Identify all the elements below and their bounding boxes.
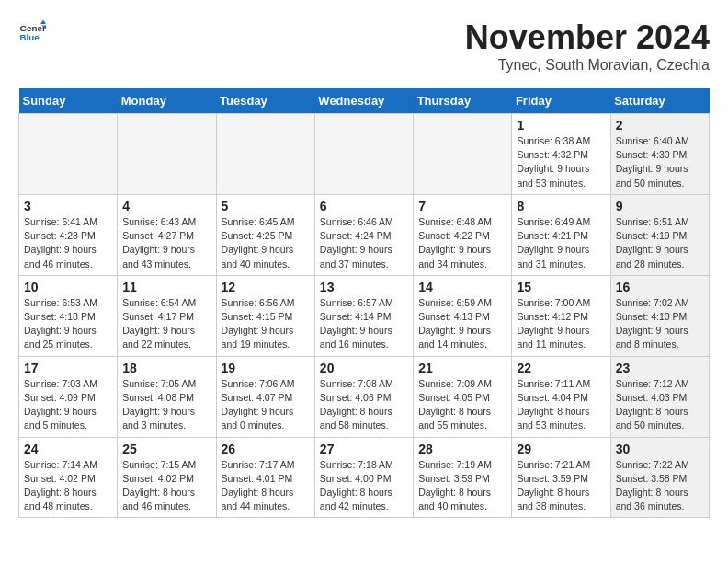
- calendar-day-cell: 16Sunrise: 7:02 AM Sunset: 4:10 PM Dayli…: [610, 275, 709, 356]
- calendar-week-row: 1Sunrise: 6:38 AM Sunset: 4:32 PM Daylig…: [19, 114, 710, 195]
- day-number: 4: [122, 199, 210, 213]
- calendar-day-cell: [314, 114, 413, 195]
- day-number: 8: [517, 199, 605, 213]
- calendar-day-cell: [414, 114, 512, 195]
- calendar-day-cell: 18Sunrise: 7:05 AM Sunset: 4:08 PM Dayli…: [118, 356, 216, 437]
- title-section: November 2024 Tynec, South Moravian, Cze…: [465, 18, 710, 74]
- day-info: Sunrise: 7:14 AM Sunset: 4:02 PM Dayligh…: [24, 459, 97, 512]
- weekday-header-cell: Saturday: [610, 88, 709, 114]
- calendar-day-cell: 9Sunrise: 6:51 AM Sunset: 4:19 PM Daylig…: [610, 194, 709, 275]
- svg-text:Blue: Blue: [20, 32, 40, 42]
- day-number: 13: [320, 280, 408, 294]
- calendar-day-cell: 24Sunrise: 7:14 AM Sunset: 4:02 PM Dayli…: [19, 437, 118, 518]
- calendar-day-cell: [216, 114, 314, 195]
- day-info: Sunrise: 7:21 AM Sunset: 3:59 PM Dayligh…: [517, 459, 590, 512]
- day-info: Sunrise: 6:38 AM Sunset: 4:32 PM Dayligh…: [517, 135, 590, 189]
- day-info: Sunrise: 6:59 AM Sunset: 4:13 PM Dayligh…: [418, 297, 492, 350]
- calendar-day-cell: 25Sunrise: 7:15 AM Sunset: 4:02 PM Dayli…: [118, 437, 216, 518]
- day-info: Sunrise: 6:49 AM Sunset: 4:21 PM Dayligh…: [517, 216, 590, 270]
- calendar-day-cell: [118, 114, 216, 195]
- calendar-day-cell: 2Sunrise: 6:40 AM Sunset: 4:30 PM Daylig…: [610, 114, 709, 195]
- day-number: 23: [616, 361, 704, 375]
- day-info: Sunrise: 7:00 AM Sunset: 4:12 PM Dayligh…: [517, 297, 590, 350]
- calendar-week-row: 10Sunrise: 6:53 AM Sunset: 4:18 PM Dayli…: [19, 275, 710, 356]
- day-number: 9: [616, 199, 704, 213]
- weekday-header-cell: Sunday: [19, 88, 118, 114]
- day-number: 16: [616, 280, 704, 294]
- svg-marker-2: [40, 20, 46, 25]
- day-number: 21: [418, 361, 506, 375]
- day-info: Sunrise: 7:09 AM Sunset: 4:05 PM Dayligh…: [418, 378, 492, 431]
- calendar-day-cell: 20Sunrise: 7:08 AM Sunset: 4:06 PM Dayli…: [314, 356, 413, 437]
- weekday-header-cell: Monday: [118, 88, 216, 114]
- day-info: Sunrise: 7:17 AM Sunset: 4:01 PM Dayligh…: [222, 459, 295, 512]
- calendar-week-row: 3Sunrise: 6:41 AM Sunset: 4:28 PM Daylig…: [19, 194, 710, 275]
- calendar-day-cell: 12Sunrise: 6:56 AM Sunset: 4:15 PM Dayli…: [216, 275, 314, 356]
- day-info: Sunrise: 6:56 AM Sunset: 4:15 PM Dayligh…: [222, 297, 295, 350]
- day-number: 28: [418, 442, 506, 456]
- day-info: Sunrise: 6:48 AM Sunset: 4:22 PM Dayligh…: [418, 216, 492, 270]
- calendar-body: 1Sunrise: 6:38 AM Sunset: 4:32 PM Daylig…: [19, 114, 710, 518]
- day-number: 6: [320, 199, 408, 213]
- calendar-day-cell: 19Sunrise: 7:06 AM Sunset: 4:07 PM Dayli…: [216, 356, 314, 437]
- day-number: 15: [517, 280, 605, 294]
- calendar-day-cell: 13Sunrise: 6:57 AM Sunset: 4:14 PM Dayli…: [314, 275, 413, 356]
- weekday-header-cell: Friday: [512, 88, 610, 114]
- calendar-day-cell: 22Sunrise: 7:11 AM Sunset: 4:04 PM Dayli…: [512, 356, 610, 437]
- day-info: Sunrise: 7:18 AM Sunset: 4:00 PM Dayligh…: [320, 459, 393, 512]
- day-number: 17: [24, 361, 112, 375]
- day-number: 10: [24, 280, 112, 294]
- day-info: Sunrise: 6:40 AM Sunset: 4:30 PM Dayligh…: [616, 135, 689, 189]
- calendar-day-cell: 27Sunrise: 7:18 AM Sunset: 4:00 PM Dayli…: [314, 437, 413, 518]
- day-number: 11: [122, 280, 210, 294]
- calendar-day-cell: 14Sunrise: 6:59 AM Sunset: 4:13 PM Dayli…: [414, 275, 512, 356]
- day-info: Sunrise: 6:41 AM Sunset: 4:28 PM Dayligh…: [24, 216, 97, 270]
- day-info: Sunrise: 6:45 AM Sunset: 4:25 PM Dayligh…: [222, 216, 295, 270]
- day-number: 25: [122, 442, 210, 456]
- weekday-header-row: SundayMondayTuesdayWednesdayThursdayFrid…: [19, 88, 710, 114]
- calendar-day-cell: 4Sunrise: 6:43 AM Sunset: 4:27 PM Daylig…: [118, 194, 216, 275]
- weekday-header-cell: Tuesday: [216, 88, 314, 114]
- calendar-day-cell: [19, 114, 118, 195]
- calendar-table: SundayMondayTuesdayWednesdayThursdayFrid…: [18, 88, 710, 518]
- day-number: 3: [24, 199, 112, 213]
- month-year-title: November 2024: [465, 18, 710, 57]
- day-number: 5: [222, 199, 310, 213]
- calendar-day-cell: 28Sunrise: 7:19 AM Sunset: 3:59 PM Dayli…: [414, 437, 512, 518]
- calendar-day-cell: 30Sunrise: 7:22 AM Sunset: 3:58 PM Dayli…: [610, 437, 709, 518]
- day-info: Sunrise: 7:08 AM Sunset: 4:06 PM Dayligh…: [320, 378, 393, 431]
- calendar-day-cell: 1Sunrise: 6:38 AM Sunset: 4:32 PM Daylig…: [512, 114, 610, 195]
- calendar-day-cell: 29Sunrise: 7:21 AM Sunset: 3:59 PM Dayli…: [512, 437, 610, 518]
- page-header: General Blue November 2024 Tynec, South …: [18, 18, 710, 74]
- location-subtitle: Tynec, South Moravian, Czechia: [465, 57, 710, 74]
- day-info: Sunrise: 6:46 AM Sunset: 4:24 PM Dayligh…: [320, 216, 393, 270]
- day-number: 2: [616, 118, 704, 132]
- day-info: Sunrise: 7:05 AM Sunset: 4:08 PM Dayligh…: [122, 378, 196, 431]
- calendar-day-cell: 6Sunrise: 6:46 AM Sunset: 4:24 PM Daylig…: [314, 194, 413, 275]
- calendar-day-cell: 8Sunrise: 6:49 AM Sunset: 4:21 PM Daylig…: [512, 194, 610, 275]
- logo: General Blue: [18, 18, 46, 46]
- day-number: 14: [418, 280, 506, 294]
- calendar-day-cell: 5Sunrise: 6:45 AM Sunset: 4:25 PM Daylig…: [216, 194, 314, 275]
- calendar-day-cell: 26Sunrise: 7:17 AM Sunset: 4:01 PM Dayli…: [216, 437, 314, 518]
- calendar-day-cell: 15Sunrise: 7:00 AM Sunset: 4:12 PM Dayli…: [512, 275, 610, 356]
- day-number: 20: [320, 361, 408, 375]
- calendar-day-cell: 10Sunrise: 6:53 AM Sunset: 4:18 PM Dayli…: [19, 275, 118, 356]
- calendar-day-cell: 23Sunrise: 7:12 AM Sunset: 4:03 PM Dayli…: [610, 356, 709, 437]
- day-number: 30: [616, 442, 704, 456]
- day-number: 26: [222, 442, 310, 456]
- weekday-header-cell: Wednesday: [314, 88, 413, 114]
- day-info: Sunrise: 7:03 AM Sunset: 4:09 PM Dayligh…: [24, 378, 97, 431]
- calendar-day-cell: 17Sunrise: 7:03 AM Sunset: 4:09 PM Dayli…: [19, 356, 118, 437]
- day-info: Sunrise: 6:53 AM Sunset: 4:18 PM Dayligh…: [24, 297, 97, 350]
- day-info: Sunrise: 7:22 AM Sunset: 3:58 PM Dayligh…: [616, 459, 689, 512]
- day-number: 29: [517, 442, 605, 456]
- day-number: 27: [320, 442, 408, 456]
- day-info: Sunrise: 6:51 AM Sunset: 4:19 PM Dayligh…: [616, 216, 689, 270]
- day-number: 12: [222, 280, 310, 294]
- calendar-day-cell: 7Sunrise: 6:48 AM Sunset: 4:22 PM Daylig…: [414, 194, 512, 275]
- day-info: Sunrise: 6:57 AM Sunset: 4:14 PM Dayligh…: [320, 297, 393, 350]
- day-info: Sunrise: 6:43 AM Sunset: 4:27 PM Dayligh…: [122, 216, 196, 270]
- day-info: Sunrise: 7:11 AM Sunset: 4:04 PM Dayligh…: [517, 378, 590, 431]
- day-info: Sunrise: 7:12 AM Sunset: 4:03 PM Dayligh…: [616, 378, 689, 431]
